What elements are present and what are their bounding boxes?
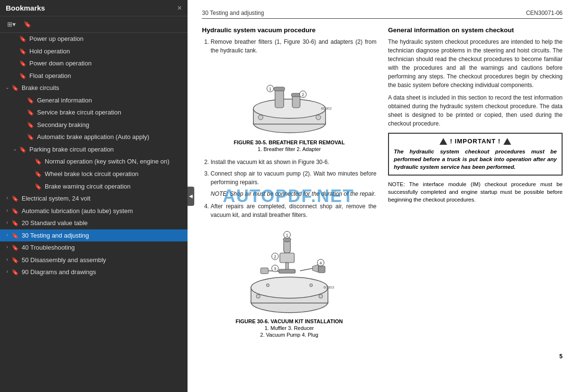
expand-icon-power-down <box>12 60 18 66</box>
bookmark-item-auto-lube[interactable]: ›🔖Automatic lubrication (auto lube) syst… <box>0 205 188 217</box>
bookmark-tree: 🔖Power up operation 🔖Hold operation 🔖Pow… <box>0 33 188 392</box>
bookmark-item-secondary[interactable]: 🔖Secondary braking <box>0 119 188 131</box>
figure-30-6-svg: 1 2 3 4 60303 <box>241 225 338 316</box>
bookmark-label-auto-apply: Automatic brake application (Auto apply) <box>37 133 184 141</box>
bookmark-flag-icon-normal-op: 🔖 <box>35 158 42 165</box>
svg-rect-26 <box>261 268 268 274</box>
expand-icon-troubleshooting[interactable]: › <box>4 244 11 251</box>
bookmark-flag-icon-standard-value: 🔖 <box>12 219 19 227</box>
bookmark-flag-icon-brake-warning: 🔖 <box>35 183 42 190</box>
svg-point-2 <box>253 99 326 118</box>
bookmark-flag-icon-parking-brake: 🔖 <box>19 146 27 153</box>
bookmark-item-auto-apply[interactable]: 🔖Automatic brake application (Auto apply… <box>0 131 188 143</box>
svg-text:2: 2 <box>274 254 276 259</box>
bookmark-label-service-brake: Service brake circuit operation <box>37 108 184 117</box>
bookmark-item-power-down[interactable]: 🔖Power down operation <box>0 57 188 70</box>
bookmark-label-auto-lube: Automatic lubrication (auto lube) system <box>22 207 184 215</box>
svg-text:2: 2 <box>301 92 304 97</box>
expand-icon-service-brake <box>19 109 26 115</box>
bookmark-label-brake-warning: Brake warning circuit operation <box>45 182 184 191</box>
note-1: NOTE: The interface module (IM) checkout… <box>388 180 563 203</box>
bookmark-label-hold: Hold operation <box>29 47 184 56</box>
bookmark-label-brake-circuits: Brake circuits <box>22 84 184 92</box>
bookmark-item-electrical[interactable]: ›🔖Electrical system, 24 volt <box>0 192 188 205</box>
svg-line-23 <box>300 268 313 271</box>
bookmark-label-normal-op: Normal operation (key switch ON, engine … <box>45 157 184 166</box>
figure-30-5: 1 2 60302 FIGURE 30-5. BREATHER FILTER R… <box>202 61 376 152</box>
expand-icon-general-info <box>19 97 26 103</box>
important-text: The hydraulic system checkout procedures… <box>394 148 557 171</box>
svg-point-36 <box>319 294 323 298</box>
fig5-legend: 1. Breather filter 2. Adapter <box>202 146 376 152</box>
triangle-right <box>503 138 511 145</box>
svg-point-11 <box>258 115 263 120</box>
bookmark-item-troubleshooting[interactable]: ›🔖40 Troubleshooting <box>0 241 188 254</box>
right-column: General information on system checkout T… <box>388 26 563 343</box>
bookmark-item-service-brake[interactable]: 🔖Service brake circuit operation <box>0 106 188 119</box>
bookmark-item-disassembly[interactable]: ›🔖50 Disassembly and assembly <box>0 254 188 266</box>
bookmark-label-power-down: Power down operation <box>29 59 184 68</box>
bookmark-view-button[interactable]: 🔖 <box>21 19 34 29</box>
expand-icon-disassembly[interactable]: › <box>4 256 11 263</box>
svg-text:3: 3 <box>274 266 276 271</box>
left-column: Hydraulic system vacuum procedure Remove… <box>202 26 376 343</box>
bookmark-item-diagrams[interactable]: ›🔖90 Diagrams and drawings <box>0 266 188 278</box>
svg-point-37 <box>266 284 269 287</box>
expand-icon-brake-circuits[interactable]: ⌄ <box>4 84 11 91</box>
bookmark-item-hold[interactable]: 🔖Hold operation <box>0 45 188 58</box>
close-button[interactable]: × <box>177 4 182 12</box>
svg-rect-21 <box>279 269 295 273</box>
sidebar-collapse-handle[interactable]: ◀ <box>188 187 194 206</box>
fig6-caption: FIGURE 30-6. VACUUM KIT INSTALLATION <box>202 318 376 324</box>
bookmark-item-general-info[interactable]: 🔖General information <box>0 94 188 107</box>
bookmark-item-wheel-lock[interactable]: 🔖Wheel brake lock circuit operation <box>0 168 188 180</box>
svg-point-16 <box>251 277 328 298</box>
bookmark-item-standard-value[interactable]: ›🔖20 Standard value table <box>0 217 188 229</box>
bookmark-label-wheel-lock: Wheel brake lock circuit operation <box>45 170 184 178</box>
important-label: ! IMPORTANT ! <box>450 138 501 145</box>
bookmark-flag-icon-wheel-lock: 🔖 <box>35 170 42 178</box>
expand-icon-auto-lube[interactable]: › <box>4 207 11 214</box>
bookmark-item-float[interactable]: 🔖Float operation <box>0 70 188 82</box>
bookmark-item-power-up[interactable]: 🔖Power up operation <box>0 33 188 45</box>
svg-marker-24 <box>313 265 318 272</box>
bookmark-label-disassembly: 50 Disassembly and assembly <box>22 256 184 265</box>
expand-icon-wheel-lock <box>27 170 34 177</box>
expand-icon-parking-brake[interactable]: ⌄ <box>12 146 18 152</box>
svg-text:60302: 60302 <box>321 106 332 111</box>
bookmark-item-brake-circuits[interactable]: ⌄🔖Brake circuits <box>0 82 188 94</box>
bookmark-item-brake-warning[interactable]: 🔖Brake warning circuit operation <box>0 180 188 193</box>
sidebar-header: Bookmarks × <box>0 0 188 16</box>
expand-icon-diagrams[interactable]: › <box>4 268 11 275</box>
important-box: ! IMPORTANT ! The hydraulic system check… <box>388 133 563 176</box>
bookmark-flag-icon-troubleshooting: 🔖 <box>12 244 19 252</box>
page-header-left: 30 Testing and adjusting <box>202 10 264 16</box>
main-content: 30 Testing and adjusting CEN30071-06 Hyd… <box>188 0 577 392</box>
step-2: Install the vacuum kit as shown in Figur… <box>211 158 376 166</box>
sidebar: Bookmarks × ⊞▾ 🔖 🔖Power up operation 🔖Ho… <box>0 0 188 392</box>
expand-icon-standard-value[interactable]: › <box>4 219 11 226</box>
bookmark-label-general-info: General information <box>37 96 184 105</box>
fig6-legend-2: 2. Vacuum Pump 4. Plug <box>202 332 376 338</box>
bookmark-item-parking-brake[interactable]: ⌄🔖Parking brake circuit operation <box>0 143 188 156</box>
expand-icon-testing[interactable]: › <box>4 232 11 239</box>
bookmark-flag-icon-electrical: 🔖 <box>12 195 19 202</box>
expand-icon-electrical[interactable]: › <box>4 195 11 202</box>
expand-icon-hold <box>12 48 18 54</box>
bookmark-label-standard-value: 20 Standard value table <box>22 219 184 228</box>
step-1: Remove breather filters (1, Figure 30-6)… <box>211 38 376 55</box>
page-header: 30 Testing and adjusting CEN30071-06 <box>202 10 563 19</box>
bookmark-item-testing[interactable]: ›🔖30 Testing and adjusting <box>0 229 188 242</box>
steps-list-2: Install the vacuum kit as shown in Figur… <box>211 158 376 187</box>
bookmark-flag-icon-float: 🔖 <box>19 72 27 80</box>
expand-all-button[interactable]: ⊞▾ <box>5 19 18 29</box>
bookmark-flag-icon-service-brake: 🔖 <box>27 109 35 116</box>
bookmark-flag-icon-testing: 🔖 <box>12 232 19 240</box>
svg-rect-4 <box>274 87 285 91</box>
svg-text:1: 1 <box>286 233 288 238</box>
bookmark-item-normal-op[interactable]: 🔖Normal operation (key switch ON, engine… <box>0 155 188 168</box>
step-4: After repairs are completed, disconnect … <box>211 202 376 219</box>
svg-point-35 <box>256 294 260 298</box>
page-header-right: CEN30071-06 <box>526 10 563 16</box>
bookmark-label-parking-brake: Parking brake circuit operation <box>29 145 184 154</box>
